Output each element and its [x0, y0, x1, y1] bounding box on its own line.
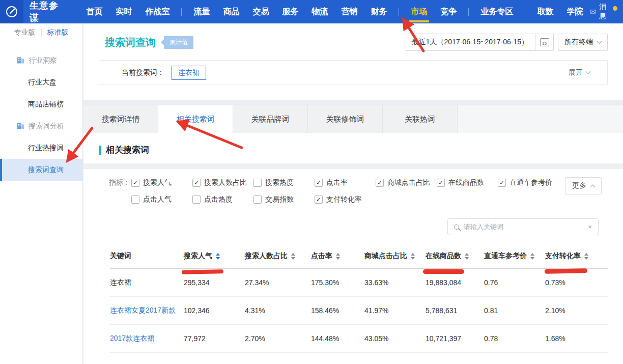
- metric-label: 搜索人气: [143, 178, 172, 187]
- messages-button[interactable]: ✉ 消息: [589, 3, 623, 21]
- sort-icon[interactable]: [530, 253, 534, 260]
- more-button[interactable]: 更多: [565, 177, 602, 194]
- clear-icon[interactable]: ×: [588, 223, 592, 231]
- nav-divider: [399, 8, 399, 16]
- checkbox-checked-icon: ✓: [498, 179, 506, 187]
- version-tab-pro[interactable]: 专业版: [9, 28, 41, 37]
- nav-item-marketing[interactable]: 营销: [334, 0, 364, 23]
- brand-logo[interactable]: [0, 0, 23, 23]
- sidebar-item-product-shop-rank[interactable]: 商品店铺榜: [0, 93, 82, 115]
- column-header-searcher-ratio[interactable]: 搜索人数占比: [245, 246, 311, 269]
- cumulative-badge: 累计值: [164, 36, 193, 49]
- page-title: 搜索词查询: [105, 36, 156, 49]
- column-header-mall-click-ratio[interactable]: 商城点击占比: [364, 246, 426, 269]
- version-tab-standard[interactable]: 标准版: [42, 28, 74, 37]
- sidebar-group-industry-insight: 行业洞察: [0, 49, 82, 71]
- current-search-term-tag[interactable]: 连衣裙: [172, 66, 206, 80]
- column-header-ztc-ref-price[interactable]: 直通车参考价: [484, 246, 545, 269]
- cell-value: 41.97%: [364, 297, 426, 325]
- nav-item-competition[interactable]: 竞争: [434, 0, 463, 23]
- sort-icon[interactable]: [291, 253, 295, 260]
- metric-checkbox-search-popularity[interactable]: ✓搜索人气: [131, 178, 192, 187]
- cell-keyword-link[interactable]: 2017款连衣裙: [110, 325, 184, 353]
- nav-item-home[interactable]: 首页: [79, 0, 109, 23]
- column-header-search-popularity[interactable]: 搜索人气: [184, 246, 245, 269]
- metric-checkbox-online-products[interactable]: ✓在线商品数: [437, 178, 498, 187]
- tab-search-word-detail[interactable]: 搜索词详情: [83, 105, 158, 133]
- nav-divider: [181, 8, 182, 16]
- results-table: 关键词 搜索人气 搜索人数占比 点击率 商城点击占比 在线商品数 直通车参考价 …: [110, 246, 608, 353]
- sidebar-item-search-word-query[interactable]: 搜索词查询: [0, 159, 82, 181]
- column-header-click-rate[interactable]: 点击率: [311, 246, 364, 269]
- sort-icon[interactable]: [465, 253, 469, 260]
- metric-checkbox-ztc-ref-price[interactable]: ✓直通车参考价: [498, 178, 559, 187]
- sort-icon[interactable]: [216, 253, 220, 260]
- metric-checkbox-click-rate[interactable]: ✓点击率: [315, 178, 376, 187]
- metric-label: 商城点击占比: [387, 178, 430, 187]
- column-header-online-products[interactable]: 在线商品数: [426, 246, 484, 269]
- keyword-search-box: ×: [447, 218, 599, 235]
- nav-item-finance[interactable]: 财务: [364, 0, 393, 23]
- nav-item-market[interactable]: 市场: [404, 0, 434, 23]
- notification-dot: [613, 6, 617, 11]
- metric-checkbox-mall-click-ratio[interactable]: ✓商城点击占比: [376, 178, 437, 187]
- compass-logo-icon: [5, 5, 18, 18]
- metric-checkbox-click-popularity[interactable]: 点击人气: [131, 195, 192, 204]
- metric-checkbox-search-heat[interactable]: 搜索热度: [253, 178, 315, 187]
- nav-item-realtime[interactable]: 实时: [109, 0, 138, 23]
- header-card: 搜索词查询 累计值 最近1天（2017-06-15~2017-06-15） 15…: [83, 23, 623, 100]
- device-filter-dropdown[interactable]: 所有终端: [558, 34, 608, 51]
- cell-keyword-link[interactable]: 连衣裙女夏2017新款: [110, 297, 184, 325]
- nav-item-business-zone[interactable]: 业务专区: [474, 0, 520, 23]
- sidebar: 专业版 标准版 行业洞察 行业大盘 商品店铺榜 搜索词分析 行业热搜词 搜索词查…: [0, 23, 83, 364]
- cell-value: 10,721,397: [426, 325, 484, 353]
- cell-value: 158.46%: [311, 297, 364, 325]
- nav-item-academy[interactable]: 学院: [560, 0, 589, 23]
- checkbox-unchecked-icon: [192, 195, 201, 204]
- date-range-picker[interactable]: 最近1天（2017-06-15~2017-06-15） 15: [405, 34, 554, 51]
- metric-label: 搜索热度: [265, 178, 294, 187]
- nav-item-warroom[interactable]: 作战室: [138, 0, 176, 23]
- metrics-filter-panel: 指标： ✓搜索人气 ✓搜索人数占比 搜索热度 ✓点击率 ✓商城点击占比 ✓在线商…: [83, 169, 623, 204]
- sidebar-item-industry-hot-words[interactable]: 行业热搜词: [0, 137, 82, 159]
- nav-item-data-fetch[interactable]: 取数: [530, 0, 560, 23]
- sort-icon[interactable]: [584, 253, 588, 260]
- column-header-keyword: 关键词: [110, 246, 184, 269]
- nav-item-logistics[interactable]: 物流: [305, 0, 334, 23]
- cell-value: 102,346: [184, 297, 245, 325]
- cell-value: 0.81: [484, 297, 545, 325]
- nav-item-traffic[interactable]: 流量: [187, 0, 216, 23]
- nav-item-trade[interactable]: 交易: [246, 0, 275, 23]
- tab-related-hot-words[interactable]: 关联热词: [383, 105, 458, 133]
- column-header-payment-conversion[interactable]: 支付转化率: [545, 246, 608, 269]
- table-row: 连衣裙女夏2017新款 102,346 4.31% 158.46% 41.97%…: [110, 297, 608, 325]
- checkbox-unchecked-icon: [253, 195, 262, 204]
- cell-value: 27.34%: [245, 269, 311, 297]
- calendar-button[interactable]: 15: [535, 34, 553, 50]
- metric-checkbox-searcher-ratio[interactable]: ✓搜索人数占比: [192, 178, 253, 187]
- building-icon: [17, 123, 24, 129]
- cell-value: 144.48%: [311, 325, 364, 353]
- sort-icon[interactable]: [411, 253, 415, 260]
- sort-icon[interactable]: [336, 253, 340, 260]
- tab-related-modifier-words[interactable]: 关联修饰词: [308, 105, 383, 133]
- main-area: 搜索词查询 累计值 最近1天（2017-06-15~2017-06-15） 15…: [83, 23, 623, 364]
- checkbox-checked-icon: ✓: [376, 179, 384, 187]
- metric-checkbox-click-heat[interactable]: 点击热度: [192, 195, 253, 204]
- metrics-label: 指标：: [109, 178, 131, 187]
- keyword-search-input[interactable]: [464, 223, 583, 231]
- brand-name: 生意参谋: [30, 0, 67, 24]
- metric-checkbox-trade-index[interactable]: 交易指数: [253, 195, 315, 204]
- sidebar-item-industry-dashboard[interactable]: 行业大盘: [0, 71, 82, 93]
- expand-label: 展开: [569, 68, 583, 77]
- expand-button[interactable]: 展开: [569, 68, 590, 77]
- tab-related-search-words[interactable]: 相关搜索词: [158, 105, 233, 133]
- metric-checkbox-payment-conversion[interactable]: ✓支付转化率: [315, 195, 376, 204]
- tab-related-brand-words[interactable]: 关联品牌词: [233, 105, 308, 133]
- cell-value: 4.31%: [245, 297, 311, 325]
- nav-item-product[interactable]: 商品: [216, 0, 246, 23]
- top-navbar: 生意参谋 首页 实时 作战室 流量 商品 交易 服务 物流 营销 财务 市场 竞…: [0, 0, 623, 23]
- sidebar-group-label: 行业洞察: [29, 56, 57, 65]
- nav-item-service[interactable]: 服务: [275, 0, 305, 23]
- checkbox-checked-icon: ✓: [437, 179, 445, 187]
